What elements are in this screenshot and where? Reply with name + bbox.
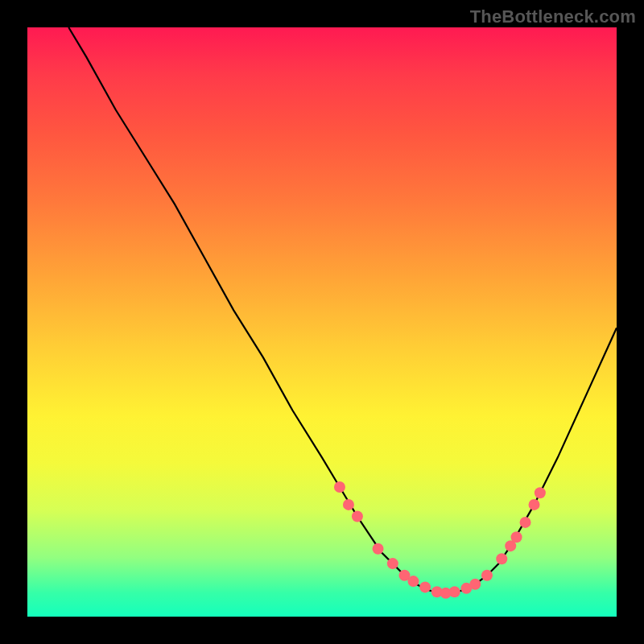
data-point	[352, 511, 363, 522]
data-point	[511, 531, 522, 543]
data-point	[469, 579, 481, 590]
data-point	[419, 581, 431, 592]
data-point	[343, 499, 354, 510]
data-point	[334, 481, 345, 493]
chart-container: TheBottleneck.com	[0, 0, 644, 644]
data-point	[481, 570, 493, 581]
data-point	[535, 487, 546, 498]
data-point	[387, 558, 398, 569]
data-point	[529, 499, 540, 510]
data-point	[496, 553, 507, 564]
data-point	[449, 586, 460, 597]
data-point	[373, 543, 384, 555]
data-point	[407, 576, 419, 587]
plot-area	[27, 27, 617, 617]
curve-overlay	[27, 27, 617, 617]
attribution-text: TheBottleneck.com	[470, 6, 636, 27]
data-point	[520, 517, 531, 528]
